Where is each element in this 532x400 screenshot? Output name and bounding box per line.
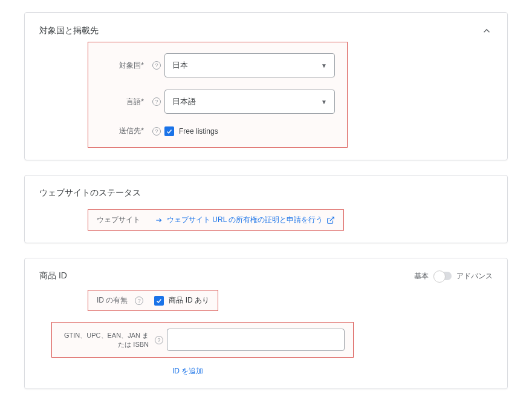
website-card: ウェブサイトのステータス ウェブサイト ウェブサイト URL の所有権の証明と申… [24,175,508,243]
website-label: ウェブサイト [97,215,140,225]
external-link-icon [326,216,335,225]
arrow-right-icon [155,216,163,225]
help-icon[interactable]: ? [152,97,161,106]
mode-toggle[interactable] [433,272,452,280]
country-value: 日本 [172,60,188,71]
country-label: 対象国* [100,61,149,71]
id-presence-highlight: ID の有無 ? 商品 ID あり [88,290,218,311]
country-row: 対象国* ? 日本 ▼ [100,53,335,77]
gtin-label: GTIN、UPC、EAN、JAN または ISBN [60,331,151,349]
targeting-title: 対象国と掲載先 [39,25,99,36]
id-presence-label: ID の有無 [97,295,128,306]
help-icon[interactable]: ? [152,61,161,70]
help-icon[interactable]: ? [135,297,143,305]
website-row: ウェブサイト ウェブサイト URL の所有権の証明と申請を行う [88,209,493,231]
chevron-up-icon[interactable] [481,25,493,37]
country-select[interactable]: 日本 ▼ [164,53,335,77]
gtin-highlight: GTIN、UPC、EAN、JAN または ISBN ? [51,322,354,358]
help-icon[interactable]: ? [155,336,163,344]
id-presence-checkbox-label: 商品 ID あり [169,295,209,306]
website-highlight: ウェブサイト ウェブサイト URL の所有権の証明と申請を行う [88,209,344,231]
destination-checkbox[interactable] [164,126,174,136]
targeting-highlight: 対象国* ? 日本 ▼ 言語* ? 日本語 ▼ 送信先* ? Free list… [88,42,348,148]
destination-checkbox-label: Free listings [179,127,218,136]
language-select[interactable]: 日本語 ▼ [164,90,335,114]
website-claim-link[interactable]: ウェブサイト URL の所有権の証明と申請を行う [155,215,335,225]
gtin-input[interactable] [167,329,345,351]
language-value: 日本語 [172,96,196,107]
toggle-basic-label: 基本 [414,271,429,281]
product-id-header: 商品 ID 基本 アドバンス [39,270,493,281]
svg-line-1 [330,217,334,220]
product-id-card: 商品 ID 基本 アドバンス ID の有無 ? 商品 ID あり GTIN、UP… [24,258,508,389]
id-presence-checkbox[interactable] [154,296,164,306]
caret-down-icon: ▼ [321,62,327,69]
product-id-title: 商品 ID [39,270,67,281]
language-row: 言語* ? 日本語 ▼ [100,90,335,114]
toggle-advanced-label: アドバンス [456,271,493,281]
targeting-card: 対象国と掲載先 対象国* ? 日本 ▼ 言語* ? 日本語 ▼ 送信先* ? [24,12,508,160]
add-id-link[interactable]: ID を追加 [172,367,203,375]
destination-label: 送信先* [100,126,149,136]
mode-toggle-group: 基本 アドバンス [414,271,493,281]
destination-row: 送信先* ? Free listings [100,126,335,136]
targeting-header: 対象国と掲載先 [39,25,493,37]
website-title: ウェブサイトのステータス [39,188,493,198]
help-icon[interactable]: ? [152,127,161,136]
product-id-body: ID の有無 ? 商品 ID あり [88,290,493,322]
website-link-text: ウェブサイト URL の所有権の証明と申請を行う [167,215,323,225]
language-label: 言語* [100,97,149,107]
caret-down-icon: ▼ [321,99,327,105]
